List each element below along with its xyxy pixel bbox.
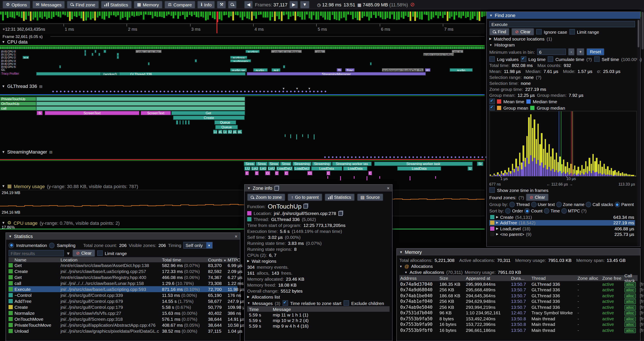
zone-segment[interactable]: Get — [172, 111, 245, 115]
frame-bar[interactable] — [343, 12, 344, 18]
filter-input[interactable] — [8, 250, 64, 256]
funnel-icon[interactable]: ▼ — [66, 251, 70, 256]
frame-bar[interactable] — [99, 12, 100, 16]
frame-bar[interactable] — [28, 12, 30, 16]
radio-parent[interactable] — [614, 202, 620, 207]
matched-locations-row[interactable]: ▶Matched source locations(1) — [489, 36, 635, 42]
zone-segment[interactable]: LU — [244, 166, 250, 171]
frame-bar[interactable] — [150, 12, 151, 15]
increase-bin-button[interactable]: + — [577, 48, 584, 56]
zone-segment[interactable] — [59, 65, 61, 68]
frame-bar[interactable] — [288, 12, 290, 19]
frame-bar[interactable] — [412, 12, 414, 17]
frame-bar[interactable] — [78, 12, 80, 16]
frame-bar[interactable] — [419, 12, 421, 19]
frame-bar[interactable] — [118, 12, 119, 15]
zone-segment[interactable] — [98, 53, 100, 56]
frame-bar[interactable] — [156, 12, 158, 17]
frame-bar[interactable] — [299, 12, 301, 17]
frame-bar[interactable] — [454, 12, 455, 20]
alloc-callstack-button[interactable]: alloc — [624, 293, 640, 298]
frame-bar[interactable] — [244, 12, 246, 17]
zone-statistics-button[interactable]: Statistics — [325, 194, 354, 201]
find-zone-scrollbar[interactable] — [637, 19, 640, 246]
zone-segment[interactable]: audio.service (effect) — [423, 53, 454, 56]
ignore-case-checkbox[interactable] — [536, 29, 542, 35]
frame-bar[interactable] — [189, 12, 190, 15]
message-row[interactable]: 5.59 smip 11 w 1 h 1 (1) — [247, 312, 390, 317]
allocations-tree-row[interactable]: ▼@ Allocations — [399, 263, 638, 269]
streamingmanager-header[interactable]: ▼ StreamingManager ▤ — [2, 149, 52, 154]
frame-bar[interactable] — [92, 12, 94, 18]
glthread-header[interactable]: ▼ GLThread 336 ▤ — [2, 84, 42, 89]
zone-segment[interactable]: LoadData — [398, 166, 441, 171]
frame-bar[interactable] — [391, 12, 393, 15]
frame-bar[interactable] — [239, 12, 241, 18]
exclude-children-checkbox[interactable] — [344, 300, 349, 306]
frame-bar[interactable] — [106, 12, 108, 16]
frame-bar[interactable] — [476, 12, 478, 20]
statistics-row[interactable]: Get/mnt/e/claw/src/claw/base/Registry.hp… — [8, 274, 238, 280]
frame-bar[interactable] — [39, 12, 41, 17]
frame-bar[interactable] — [380, 12, 382, 18]
frame-bar[interactable] — [256, 12, 257, 19]
frame-bar[interactable] — [373, 12, 375, 15]
zone-segment[interactable] — [117, 53, 119, 56]
min-bin-input[interactable] — [537, 49, 566, 55]
memory-button[interactable]: ▦Memory — [134, 1, 162, 8]
zone-source-button[interactable]: ▤Source — [357, 194, 383, 201]
frame-bar[interactable] — [87, 12, 89, 18]
frame-bar[interactable] — [9, 12, 11, 17]
memory-table-header[interactable]: Address Size Appeared at Dura... Thread … — [399, 275, 638, 281]
limit-range-checkbox[interactable] — [569, 29, 575, 35]
show-zone-time-checkbox[interactable] — [489, 187, 495, 193]
frame-bar[interactable] — [191, 12, 193, 16]
alloc-callstack-button[interactable]: alloc — [624, 287, 640, 292]
frame-bar[interactable] — [170, 12, 172, 16]
reset-button[interactable]: Reset — [586, 48, 604, 56]
frame-bar[interactable] — [110, 12, 112, 15]
frame-bar[interactable] — [394, 12, 395, 19]
frame-bar[interactable] — [207, 12, 209, 20]
frame-bar[interactable] — [124, 12, 126, 17]
log-values-checkbox[interactable] — [489, 56, 495, 62]
frame-bar[interactable] — [30, 12, 32, 21]
frame-bar[interactable] — [113, 12, 114, 15]
statistics-table-header[interactable]: Name Location Total time Counts ▼ MTPC — [8, 257, 238, 262]
zone-segment[interactable] — [185, 120, 187, 125]
frame-bar[interactable] — [340, 12, 342, 18]
clear-found-button[interactable]: ⊘Clear — [526, 194, 548, 201]
frame-bar[interactable] — [336, 12, 338, 20]
frame-bar[interactable] — [405, 12, 407, 16]
zone-segment[interactable]: Streaming — [292, 162, 312, 166]
found-zone-group[interactable]: ▶LoadLevel(18)406.88 µs — [489, 226, 635, 231]
zone-segment[interactable]: call — [0, 106, 36, 111]
frame-bar[interactable] — [276, 12, 278, 16]
alloc-tag[interactable]: alloc — [624, 322, 636, 327]
time-ruler[interactable]: +12:31 362,643,435ns 1 ms2 ms3 ms4 ms5 m… — [0, 24, 484, 34]
frame-bar[interactable] — [246, 12, 248, 18]
frame-bar[interactable] — [18, 12, 20, 17]
frame-bar[interactable] — [58, 12, 59, 17]
frame-bar[interactable] — [14, 12, 16, 19]
zone-segment[interactable]: OnTouchUp — [0, 102, 36, 106]
frame-bar[interactable] — [396, 12, 398, 20]
frame-bar[interactable] — [364, 12, 365, 16]
messages-row[interactable]: ▼Messages(3) Time relative to zone start… — [247, 300, 390, 306]
col-name[interactable]: Name — [14, 257, 60, 262]
frame-bar[interactable] — [386, 12, 388, 18]
zone-segment[interactable]: GLThread 336 — [36, 72, 246, 76]
frame-bar[interactable] — [168, 12, 170, 15]
frame-bar[interactable] — [470, 12, 471, 20]
zone-segment[interactable]: aU — [218, 130, 222, 134]
frame-bar[interactable] — [348, 12, 349, 15]
frame-bar[interactable] — [147, 12, 149, 15]
found-zone-group[interactable]: ▶AddTree(18,542)227.19 ms — [489, 220, 635, 226]
frame-bar[interactable] — [479, 12, 480, 21]
frame-bar[interactable] — [430, 12, 432, 19]
find-zone-histogram[interactable] — [489, 111, 637, 177]
zone-segment[interactable] — [104, 50, 106, 53]
frame-bar[interactable] — [94, 12, 96, 21]
memory-usage-header[interactable]: ▼ ▦ Memory usage (y-range: 30.88 KB, vis… — [2, 183, 138, 189]
frame-bar[interactable] — [76, 12, 78, 17]
